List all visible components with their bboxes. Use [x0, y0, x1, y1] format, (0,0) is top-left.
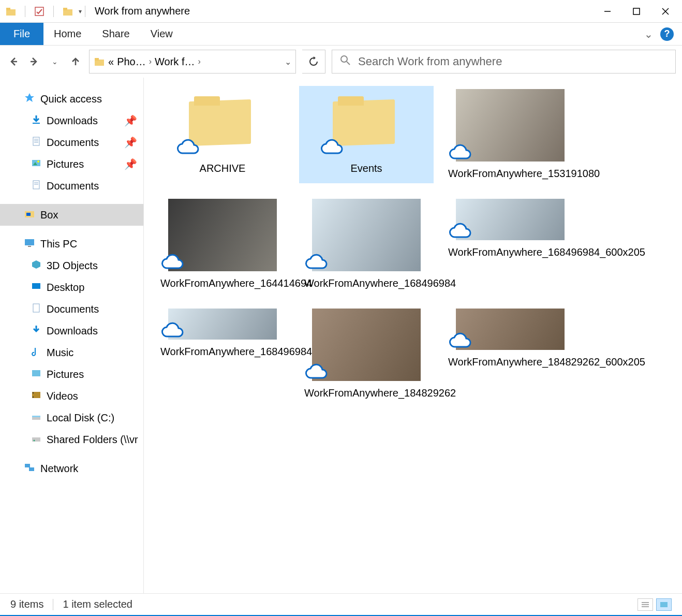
- image-item[interactable]: WorkFromAnywhere_168496984: [299, 196, 434, 293]
- folder-icon: [328, 89, 405, 156]
- sidebar-item-music[interactable]: Music: [0, 342, 143, 363]
- folder-icon: [94, 56, 105, 67]
- item-label: ARCHIVE: [200, 162, 246, 175]
- sidebar-item-desktop[interactable]: Desktop: [0, 276, 143, 298]
- item-label: WorkFromAnywhere_164414694: [160, 276, 285, 290]
- close-button[interactable]: [651, 1, 680, 22]
- cloud-icon: [158, 253, 185, 273]
- desktop-icon: [31, 281, 41, 294]
- image-item[interactable]: WorkFromAnywhere_168496984_1956x430: [155, 305, 290, 403]
- image-thumbnail: [168, 199, 277, 271]
- image-item[interactable]: WorkFromAnywhere_153191080: [443, 86, 577, 183]
- svg-marker-15: [25, 93, 34, 102]
- sidebar-item-label: Music: [47, 347, 73, 359]
- svg-point-23: [37, 160, 39, 163]
- sidebar-item-documents[interactable]: Documents: [0, 298, 143, 320]
- sidebar-item-label: Shared Folders (\\vr: [47, 434, 138, 446]
- sidebar-item-videos[interactable]: Videos: [0, 385, 143, 407]
- pictures-icon: [31, 368, 41, 381]
- sidebar-item-pictures[interactable]: Pictures📌: [0, 153, 143, 175]
- forward-button[interactable]: [27, 54, 41, 69]
- tab-view[interactable]: View: [140, 23, 183, 45]
- file-list: ARCHIVEEventsWorkFromAnywhere_153191080W…: [144, 78, 682, 593]
- status-count: 9 items: [10, 598, 43, 610]
- navigation-pane: Quick access Downloads📌 Documents📌 Pictu…: [0, 78, 144, 593]
- ribbon: File Home Share View ⌄ ?: [0, 23, 682, 46]
- sidebar-item-box[interactable]: Box: [0, 204, 143, 226]
- pin-icon: 📌: [124, 158, 137, 170]
- sidebar-item-label: Documents: [47, 137, 99, 149]
- folder-item[interactable]: Events: [299, 86, 434, 183]
- status-selection: 1 item selected: [63, 598, 132, 610]
- sidebar-item-pictures[interactable]: Pictures: [0, 363, 143, 385]
- sidebar-item-local-disk[interactable]: Local Disk (C:): [0, 407, 143, 429]
- maximize-button[interactable]: [622, 1, 651, 22]
- documents-icon: [31, 303, 41, 316]
- sidebar-item-downloads[interactable]: Downloads: [0, 320, 143, 342]
- sidebar-item-downloads[interactable]: Downloads📌: [0, 110, 143, 131]
- music-icon: [31, 346, 41, 359]
- cloud-icon: [446, 143, 472, 164]
- refresh-button[interactable]: [302, 50, 325, 73]
- svg-rect-40: [32, 437, 40, 442]
- image-item[interactable]: WorkFromAnywhere_184829262: [299, 305, 434, 403]
- folder-icon: [184, 89, 261, 156]
- chevron-right-icon[interactable]: ›: [198, 57, 200, 66]
- this-pc-icon: [24, 237, 35, 251]
- network-icon: [24, 462, 35, 476]
- ribbon-expand-icon[interactable]: ⌄: [644, 28, 653, 40]
- address-dropdown-icon[interactable]: ⌄: [285, 57, 291, 67]
- details-view-button[interactable]: [637, 598, 653, 611]
- sidebar-item-documents[interactable]: Documents: [0, 175, 143, 197]
- breadcrumb-item[interactable]: Work f…: [155, 56, 195, 68]
- recent-dropdown-icon[interactable]: ⌄: [48, 54, 62, 69]
- sidebar-item-documents[interactable]: Documents📌: [0, 131, 143, 153]
- sidebar-item-label: Downloads: [47, 325, 98, 337]
- qat-dropdown-icon[interactable]: ▾: [79, 8, 82, 15]
- image-item[interactable]: WorkFromAnywhere_168496984_600x205: [443, 196, 577, 293]
- sidebar-item-label: Local Disk (C:): [47, 412, 114, 424]
- image-item[interactable]: WorkFromAnywhere_164414694: [155, 196, 290, 293]
- sidebar-item-shared-folders[interactable]: Shared Folders (\\vr: [0, 429, 143, 450]
- help-icon[interactable]: ?: [660, 27, 674, 41]
- svg-rect-17: [33, 137, 39, 145]
- breadcrumb-prefix[interactable]: «: [108, 56, 114, 68]
- back-button[interactable]: [6, 54, 21, 69]
- tab-home[interactable]: Home: [43, 23, 92, 45]
- cloud-icon: [317, 138, 344, 158]
- box-icon: [24, 208, 35, 222]
- cloud-icon: [302, 253, 329, 273]
- address-bar[interactable]: « Pho… › Work f… › ⌄: [89, 50, 296, 74]
- svg-rect-12: [95, 58, 99, 61]
- file-tab[interactable]: File: [0, 23, 43, 45]
- svg-rect-6: [633, 8, 640, 14]
- sidebar-network[interactable]: Network: [0, 458, 143, 479]
- sidebar-quick-access[interactable]: Quick access: [0, 88, 143, 110]
- folder-item[interactable]: ARCHIVE: [155, 86, 290, 183]
- documents-icon: [31, 180, 41, 193]
- sidebar-item-label: Downloads: [47, 115, 98, 127]
- status-bar: 9 items 1 item selected: [0, 593, 682, 615]
- image-item[interactable]: WorkFromAnywhere_184829262_600x205: [443, 305, 577, 403]
- image-thumbnail: [312, 309, 421, 381]
- search-box[interactable]: Search Work from anywhere: [332, 50, 676, 74]
- sidebar-item-3d-objects[interactable]: 3D Objects: [0, 255, 143, 276]
- image-thumbnail: [312, 199, 421, 271]
- sidebar-item-label: Pictures: [47, 158, 84, 170]
- svg-rect-29: [25, 239, 34, 245]
- up-button[interactable]: [68, 54, 83, 69]
- image-thumbnail: [456, 89, 565, 162]
- svg-rect-30: [28, 246, 31, 247]
- chevron-right-icon[interactable]: ›: [149, 57, 152, 66]
- tab-share[interactable]: Share: [92, 23, 140, 45]
- thumbnails-view-button[interactable]: [656, 598, 672, 611]
- sidebar-item-label: 3D Objects: [47, 260, 98, 272]
- breadcrumb-item[interactable]: Pho…: [117, 56, 146, 68]
- properties-icon[interactable]: [34, 6, 45, 17]
- sidebar-this-pc[interactable]: This PC: [0, 233, 143, 255]
- minimize-button[interactable]: [593, 1, 622, 22]
- drive-icon: [31, 412, 41, 424]
- item-label: WorkFromAnywhere_168496984_600x205: [448, 245, 572, 259]
- documents-icon: [31, 136, 41, 149]
- folder-icon[interactable]: [62, 6, 73, 17]
